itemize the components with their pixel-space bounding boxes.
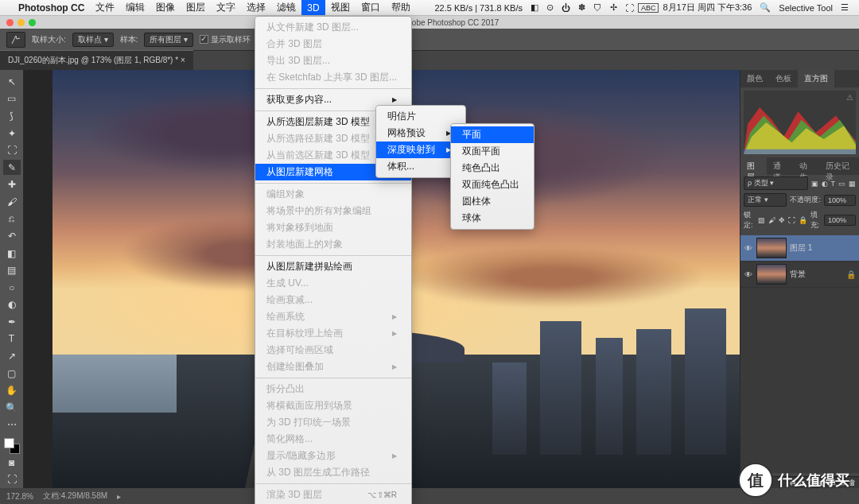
mi-collage[interactable]: 从图层新建拼贴绘画 bbox=[255, 258, 411, 275]
layer-kind-filter[interactable]: ρ 类型 ▾ bbox=[744, 176, 808, 190]
hand-tool[interactable]: ✋ bbox=[3, 382, 21, 398]
filter-type-icon[interactable]: T bbox=[831, 180, 836, 188]
doc-size[interactable]: 文档:4.29M/8.58M bbox=[43, 490, 107, 502]
layer-row[interactable]: 👁 图层 1 bbox=[740, 235, 859, 262]
gradient-tool[interactable]: ▤ bbox=[3, 262, 21, 278]
show-ring-checkbox[interactable] bbox=[200, 35, 208, 44]
mi-group-all: 将场景中的所有对象编组 bbox=[255, 203, 411, 219]
cloud-icon: ✢ bbox=[606, 2, 621, 13]
menu-view[interactable]: 视图 bbox=[325, 0, 356, 15]
menu-type[interactable]: 文字 bbox=[211, 0, 241, 15]
menu-help[interactable]: 帮助 bbox=[386, 0, 416, 15]
mi-solid[interactable]: 纯色凸出 bbox=[451, 160, 534, 176]
menu-window[interactable]: 窗口 bbox=[356, 0, 386, 15]
stamp-tool[interactable]: ⎌ bbox=[3, 211, 21, 227]
visibility-icon[interactable]: 👁 bbox=[744, 244, 753, 253]
lock-paint-icon[interactable]: 🖌 bbox=[768, 216, 775, 224]
path-tool[interactable]: ↗ bbox=[3, 348, 21, 364]
menu-image[interactable]: 图像 bbox=[150, 0, 181, 15]
mi-split: 拆分凸出 bbox=[255, 381, 411, 397]
edit-toolbar[interactable]: ⋯ bbox=[3, 417, 21, 433]
menu-edit[interactable]: 编辑 bbox=[120, 0, 150, 15]
mi-cylinder[interactable]: 圆柱体 bbox=[451, 193, 534, 210]
filter-pixel-icon[interactable]: ▣ bbox=[811, 180, 818, 188]
layer-thumb[interactable] bbox=[756, 238, 787, 258]
close-button[interactable] bbox=[6, 19, 14, 26]
type-tool[interactable]: T bbox=[3, 331, 21, 347]
blur-tool[interactable]: ○ bbox=[3, 280, 21, 296]
lock-all-icon[interactable]: 🔒 bbox=[799, 216, 807, 224]
marquee-tool[interactable]: ▭ bbox=[3, 91, 21, 107]
lasso-tool[interactable]: ⟆ bbox=[3, 108, 21, 124]
fg-bg-colors[interactable] bbox=[4, 438, 20, 454]
tab-swatch[interactable]: 色板 bbox=[769, 70, 798, 87]
layer-name[interactable]: 图层 1 bbox=[790, 242, 812, 254]
pen-tool[interactable]: ✒ bbox=[3, 314, 21, 330]
menu-select[interactable]: 选择 bbox=[241, 0, 271, 15]
mi-new-from-file[interactable]: 从文件新建 3D 图层... bbox=[255, 19, 411, 36]
spotlight-icon[interactable]: 🔍 bbox=[756, 2, 775, 13]
doc-tab[interactable]: DJI_0260的副本.jpg @ 173% (图层 1, RGB/8*) * … bbox=[0, 50, 193, 70]
brush-tool[interactable]: 🖌 bbox=[3, 194, 21, 210]
menu-filter[interactable]: 滤镜 bbox=[271, 0, 301, 15]
mi-simplify: 简化网格... bbox=[255, 431, 411, 448]
app-name[interactable]: Photoshop CC bbox=[13, 0, 90, 15]
maximize-button[interactable] bbox=[29, 19, 36, 26]
current-tool-icon[interactable] bbox=[6, 32, 25, 48]
mi-postcard[interactable]: 明信片 bbox=[376, 108, 465, 125]
minimize-button[interactable] bbox=[17, 19, 25, 26]
input-abc[interactable]: ABC bbox=[638, 3, 659, 13]
mi-two-plane[interactable]: 双面平面 bbox=[451, 143, 534, 160]
status-icon-3: ⏻ bbox=[558, 3, 574, 13]
lock-nest-icon[interactable]: ⛶ bbox=[788, 216, 795, 224]
layer-thumb[interactable] bbox=[756, 264, 787, 285]
menu-icon[interactable]: ☰ bbox=[837, 2, 853, 13]
move-tool[interactable]: ↖ bbox=[3, 74, 21, 90]
opacity-value[interactable]: 100% bbox=[824, 195, 856, 206]
clock: 8月17日 周四 下午3:36 bbox=[659, 2, 756, 14]
lock-pos-icon[interactable]: ✥ bbox=[779, 216, 785, 224]
tab-histogram[interactable]: 直方图 bbox=[798, 70, 834, 87]
mi-plane[interactable]: 平面 bbox=[451, 126, 534, 143]
tab-actions[interactable]: 动作 bbox=[793, 157, 819, 175]
shape-tool[interactable]: ▢ bbox=[3, 366, 21, 382]
delete-icon[interactable]: 🗑 bbox=[849, 479, 856, 487]
mi-two-solid[interactable]: 双面纯色凸出 bbox=[451, 176, 534, 193]
sample-select[interactable]: 所有图层 ▾ bbox=[144, 33, 193, 47]
screenmode-tool[interactable]: ⛶ bbox=[3, 471, 21, 487]
menu-3d[interactable]: 3D bbox=[301, 0, 325, 15]
layer-row[interactable]: 👁 背景 🔒 bbox=[740, 262, 859, 288]
dodge-tool[interactable]: ◐ bbox=[3, 297, 21, 313]
eyedropper-tool[interactable]: ✎ bbox=[3, 160, 21, 176]
tab-layers[interactable]: 图层 bbox=[740, 157, 767, 175]
filter-adjust-icon[interactable]: ◐ bbox=[822, 180, 828, 188]
history-brush-tool[interactable]: ↶ bbox=[3, 228, 21, 244]
layers-list: 👁 图层 1 👁 背景 🔒 bbox=[740, 235, 859, 473]
menu-layer[interactable]: 图层 bbox=[181, 0, 211, 15]
quickmask-tool[interactable]: ◙ bbox=[3, 455, 21, 471]
tab-color[interactable]: 颜色 bbox=[740, 70, 769, 87]
zoom-level[interactable]: 172.8% bbox=[6, 492, 33, 501]
status-icon-2: ⊙ bbox=[542, 2, 558, 13]
mi-sphere[interactable]: 球体 bbox=[451, 210, 534, 227]
crop-tool[interactable]: ⛶ bbox=[3, 142, 21, 158]
mi-unify-print: 为 3D 打印统一场景 bbox=[255, 414, 411, 431]
tab-channels[interactable]: 通道 bbox=[767, 157, 793, 175]
blend-mode[interactable]: 正常 ▾ bbox=[744, 193, 787, 207]
tab-history[interactable]: 历史记录 bbox=[819, 157, 859, 175]
filter-smart-icon[interactable]: ▦ bbox=[849, 180, 856, 188]
menu-file[interactable]: 文件 bbox=[90, 0, 120, 15]
lock-trans-icon[interactable]: ▨ bbox=[758, 216, 765, 224]
mi-paint-sys: 绘画系统 bbox=[255, 308, 411, 325]
sample-size-select[interactable]: 取样点 ▾ bbox=[72, 33, 114, 47]
watermark-text: 什么值得买 bbox=[778, 471, 849, 490]
histogram-warn-icon[interactable]: ⚠ bbox=[846, 93, 853, 102]
layer-name[interactable]: 背景 bbox=[790, 269, 806, 280]
visibility-icon[interactable]: 👁 bbox=[744, 270, 753, 279]
wand-tool[interactable]: ✦ bbox=[3, 126, 21, 142]
filter-shape-icon[interactable]: ▭ bbox=[838, 180, 845, 188]
fill-value[interactable]: 100% bbox=[824, 215, 856, 226]
heal-tool[interactable]: ✚ bbox=[3, 176, 21, 192]
zoom-tool[interactable]: 🔍 bbox=[3, 400, 21, 416]
eraser-tool[interactable]: ◧ bbox=[3, 246, 21, 262]
